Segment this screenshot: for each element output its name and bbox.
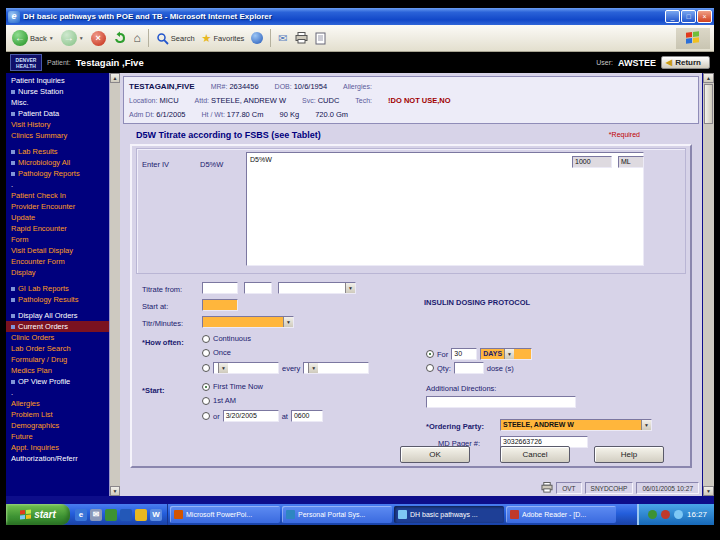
edit-button[interactable]: [313, 31, 328, 46]
sidebar-item[interactable]: Appt. Inquiries: [6, 442, 109, 453]
once-option[interactable]: Once: [202, 348, 231, 357]
sidebar-item[interactable]: Demographics: [6, 420, 109, 431]
chevron-down-icon[interactable]: ▼: [308, 363, 318, 373]
for-duration-option[interactable]: For 30 DAYS▼: [426, 348, 532, 360]
sidebar-item[interactable]: Patient Inquiries: [6, 75, 109, 86]
continuous-option[interactable]: Continuous: [202, 334, 251, 343]
sidebar-item[interactable]: Display: [6, 267, 109, 278]
sidebar-item[interactable]: Future: [6, 431, 109, 442]
minimize-button[interactable]: _: [665, 10, 680, 23]
stop-button[interactable]: ×: [89, 30, 108, 47]
refresh-button[interactable]: [111, 30, 129, 46]
first-am-option[interactable]: 1st AM: [202, 396, 236, 405]
sidebar-item[interactable]: Patient Data: [6, 108, 109, 119]
sidebar-item[interactable]: Current Orders: [6, 321, 109, 332]
sidebar-item[interactable]: .: [6, 179, 109, 190]
sidebar-item[interactable]: Clinic Orders: [6, 332, 109, 343]
sidebar-item[interactable]: OP View Profile: [6, 376, 109, 387]
help-button[interactable]: Help: [594, 446, 664, 463]
folder-quicklaunch-icon[interactable]: [135, 509, 147, 521]
home-button[interactable]: ⌂: [132, 30, 143, 46]
taskbar-task[interactable]: DH basic pathways ...: [394, 506, 504, 523]
for-unit-dropdown[interactable]: DAYS▼: [480, 348, 532, 360]
start-time-field[interactable]: 0600: [291, 410, 323, 422]
sidebar-item[interactable]: Authorization/Referr: [6, 453, 109, 464]
radio-icon[interactable]: [202, 364, 210, 372]
sidebar-item[interactable]: Pathology Results: [6, 294, 109, 305]
alert-tray-icon[interactable]: [661, 510, 670, 519]
sidebar-item[interactable]: Form: [6, 234, 109, 245]
search-button[interactable]: Search: [154, 31, 197, 46]
sidebar-item[interactable]: Visit History: [6, 119, 109, 130]
radio-icon[interactable]: [426, 364, 434, 372]
taskbar-task[interactable]: Personal Portal Sys...: [282, 506, 392, 523]
sidebar-item[interactable]: Patient Check In: [6, 190, 109, 201]
mail-button[interactable]: ✉: [276, 31, 289, 46]
interval-option[interactable]: ▼ every ▼: [202, 362, 369, 374]
close-button[interactable]: ×: [697, 10, 712, 23]
forward-button[interactable]: → ▼: [59, 29, 86, 47]
sidebar-item[interactable]: Allergies: [6, 398, 109, 409]
back-button[interactable]: ← Back ▼: [10, 29, 56, 47]
sidebar-item[interactable]: Medics Plan: [6, 365, 109, 376]
radio-icon[interactable]: [202, 397, 210, 405]
scroll-down-icon[interactable]: ▼: [703, 486, 714, 496]
sidebar-item[interactable]: Problem List: [6, 409, 109, 420]
media-quicklaunch-icon[interactable]: [120, 509, 132, 521]
favorites-button[interactable]: ★ Favorites: [200, 31, 247, 46]
sidebar-item[interactable]: Nurse Station: [6, 86, 109, 97]
sidebar-item[interactable]: Lab Results: [6, 146, 109, 157]
volume-unit-field[interactable]: ML: [618, 156, 644, 168]
every-dropdown[interactable]: ▼: [303, 362, 369, 374]
start-at-field[interactable]: [202, 299, 238, 311]
network-tray-icon[interactable]: [674, 510, 683, 519]
iv-order-textarea[interactable]: D5%W: [246, 152, 644, 266]
scroll-up-icon[interactable]: ▲: [703, 73, 714, 83]
additional-directions-field[interactable]: [426, 396, 576, 408]
chevron-down-icon[interactable]: ▼: [283, 317, 293, 327]
desktop-quicklaunch-icon[interactable]: [105, 509, 117, 521]
sidebar-scrollbar[interactable]: ▲ ▼: [109, 73, 120, 496]
scroll-down-icon[interactable]: ▼: [110, 486, 120, 496]
forward-dropdown-icon[interactable]: ▼: [79, 35, 84, 41]
titrate-from-field[interactable]: [202, 282, 238, 294]
ordering-party-dropdown[interactable]: STEELE, ANDREW W ▼: [500, 419, 652, 431]
start-date-option[interactable]: or 3/20/2005 at 0600: [202, 410, 323, 422]
chevron-down-icon[interactable]: ▼: [641, 420, 651, 430]
sidebar-item[interactable]: Visit Detail Display: [6, 245, 109, 256]
shield-tray-icon[interactable]: [648, 510, 657, 519]
qty-field[interactable]: [454, 362, 484, 374]
radio-icon[interactable]: [426, 350, 434, 358]
mail-quicklaunch-icon[interactable]: ✉: [90, 509, 102, 521]
back-dropdown-icon[interactable]: ▼: [49, 35, 54, 41]
sidebar-item[interactable]: Lab Order Search: [6, 343, 109, 354]
for-value-field[interactable]: 30: [451, 348, 477, 360]
titrate-unit-dropdown[interactable]: ▼: [278, 282, 356, 294]
maximize-button[interactable]: □: [681, 10, 696, 23]
radio-icon[interactable]: [202, 383, 210, 391]
interval-dropdown[interactable]: ▼: [213, 362, 279, 374]
sidebar-item[interactable]: Provider Encounter: [6, 201, 109, 212]
scroll-thumb[interactable]: [704, 84, 713, 124]
ok-button[interactable]: OK: [400, 446, 470, 463]
sidebar-item[interactable]: Misc.: [6, 97, 109, 108]
page-scrollbar[interactable]: ▲ ▼: [703, 73, 714, 496]
return-button[interactable]: ◀ Return: [661, 56, 710, 69]
first-time-now-option[interactable]: First Time Now: [202, 382, 263, 391]
titrate-to-field[interactable]: [244, 282, 272, 294]
radio-icon[interactable]: [202, 349, 210, 357]
sidebar-item[interactable]: .: [6, 387, 109, 398]
print-button[interactable]: [293, 31, 310, 45]
taskbar-task[interactable]: Adobe Reader - [D...: [506, 506, 616, 523]
start-button[interactable]: start: [6, 504, 70, 525]
ie-quicklaunch-icon[interactable]: e: [75, 509, 87, 521]
sidebar-item[interactable]: Clinics Summary: [6, 130, 109, 141]
chevron-down-icon[interactable]: ▼: [504, 349, 514, 359]
cancel-button[interactable]: Cancel: [500, 446, 570, 463]
taskbar-task[interactable]: Microsoft PowerPoi...: [170, 506, 280, 523]
word-quicklaunch-icon[interactable]: W: [150, 509, 162, 521]
sidebar-item[interactable]: Encounter Form: [6, 256, 109, 267]
chevron-down-icon[interactable]: ▼: [345, 283, 355, 293]
sidebar-item[interactable]: Update: [6, 212, 109, 223]
sidebar-item[interactable]: Display All Orders: [6, 310, 109, 321]
